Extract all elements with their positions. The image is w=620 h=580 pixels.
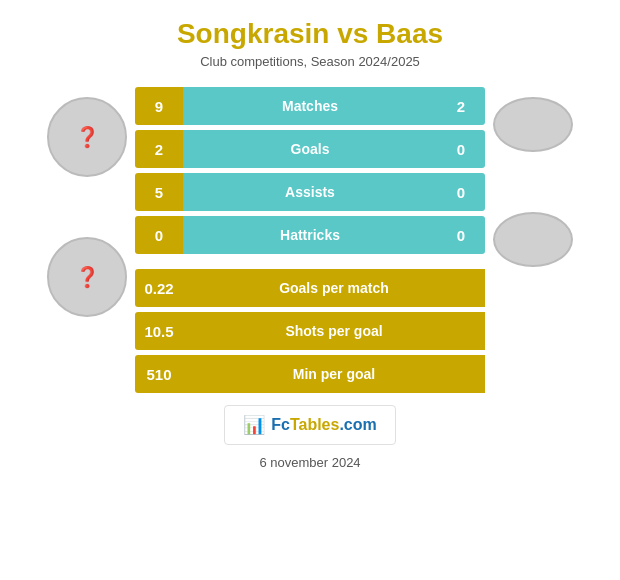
right-avatars — [493, 97, 573, 267]
page: Songkrasin vs Baas Club competitions, Se… — [0, 0, 620, 580]
stat-label-assists: Assists — [183, 173, 437, 211]
stat-row-goals-per-match: 0.22 Goals per match — [135, 269, 485, 307]
stat-row-goals: 2 Goals 0 — [135, 130, 485, 168]
logo-area: 📊 FcTables.com — [224, 405, 396, 445]
avatar-placeholder-icon: ❓ — [75, 125, 100, 149]
stat-left-min-per-goal: 510 — [135, 355, 183, 393]
stat-row-shots-per-goal: 10.5 Shots per goal — [135, 312, 485, 350]
left-avatars: ❓ ❓ — [47, 97, 127, 317]
footer-date: 6 november 2024 — [259, 455, 360, 470]
avatar-right-top — [493, 97, 573, 152]
stat-left-matches: 9 — [135, 87, 183, 125]
stat-left-assists: 5 — [135, 173, 183, 211]
stat-label-min-per-goal: Min per goal — [183, 355, 485, 393]
content-area: ❓ ❓ 9 Matches 2 2 Goals 0 5 Assists — [10, 87, 610, 393]
stat-right-goals: 0 — [437, 130, 485, 168]
stat-left-goals-per-match: 0.22 — [135, 269, 183, 307]
stat-left-hattricks: 0 — [135, 216, 183, 254]
stat-row-assists: 5 Assists 0 — [135, 173, 485, 211]
stat-left-shots-per-goal: 10.5 — [135, 312, 183, 350]
stat-label-matches: Matches — [183, 87, 437, 125]
avatar-placeholder-icon2: ❓ — [75, 265, 100, 289]
stat-right-matches: 2 — [437, 87, 485, 125]
stat-right-hattricks: 0 — [437, 216, 485, 254]
stat-label-goals-per-match: Goals per match — [183, 269, 485, 307]
stat-left-goals: 2 — [135, 130, 183, 168]
logo-icon: 📊 — [243, 414, 265, 436]
avatar-left-top: ❓ — [47, 97, 127, 177]
avatar-left-bottom: ❓ — [47, 237, 127, 317]
stats-area: 9 Matches 2 2 Goals 0 5 Assists 0 0 Hatt… — [135, 87, 485, 393]
page-subtitle: Club competitions, Season 2024/2025 — [200, 54, 420, 69]
stat-row-matches: 9 Matches 2 — [135, 87, 485, 125]
stat-label-shots-per-goal: Shots per goal — [183, 312, 485, 350]
logo-text: FcTables.com — [271, 416, 377, 434]
stat-label-goals: Goals — [183, 130, 437, 168]
stat-row-hattricks: 0 Hattricks 0 — [135, 216, 485, 254]
avatar-right-bottom — [493, 212, 573, 267]
stat-right-assists: 0 — [437, 173, 485, 211]
page-title: Songkrasin vs Baas — [177, 18, 443, 50]
stat-row-min-per-goal: 510 Min per goal — [135, 355, 485, 393]
stat-label-hattricks: Hattricks — [183, 216, 437, 254]
